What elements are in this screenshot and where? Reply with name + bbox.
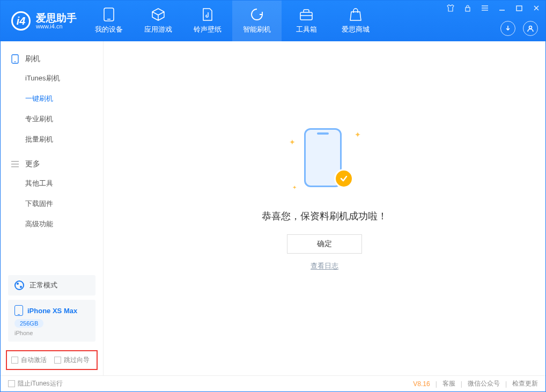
logo-text: 爱思助手 www.i4.cn — [36, 13, 77, 29]
footer-link-update[interactable]: 检查更新 — [512, 379, 538, 388]
mode-box[interactable]: 正常模式 — [8, 275, 95, 295]
device-box[interactable]: iPhone XS Max 256GB iPhone — [8, 300, 95, 342]
checkbox-block-itunes[interactable]: 阻止iTunes运行 — [8, 379, 63, 388]
nav-label: 铃声壁纸 — [194, 25, 222, 34]
tshirt-icon[interactable] — [445, 3, 456, 13]
sidebar-item-pro-flash[interactable]: 专业刷机 — [1, 109, 103, 129]
cube-icon — [151, 8, 165, 21]
view-log-link[interactable]: 查看日志 — [311, 261, 338, 271]
svg-rect-4 — [466, 8, 470, 11]
device-icon — [102, 8, 116, 21]
nav-toolbox[interactable]: 工具箱 — [282, 1, 331, 41]
checkbox-icon — [54, 357, 61, 364]
footer: 阻止iTunes运行 V8.16 | 客服 | 微信公众号 | 检查更新 — [1, 375, 545, 391]
checkbox-icon — [11, 357, 18, 364]
nav-label: 我的设备 — [95, 25, 123, 34]
nav-label: 应用游戏 — [144, 25, 172, 34]
device-type: iPhone — [14, 330, 89, 336]
nav-apps-games[interactable]: 应用游戏 — [134, 1, 183, 41]
toolbox-icon — [299, 8, 313, 21]
sidebar-item-other-tools[interactable]: 其他工具 — [1, 173, 103, 194]
refresh-icon — [250, 8, 264, 21]
logo[interactable]: i4 爱思助手 www.i4.cn — [1, 1, 84, 41]
list-icon — [10, 159, 20, 169]
nav-label: 智能刷机 — [243, 25, 271, 34]
download-button[interactable] — [500, 21, 515, 36]
sidebar-item-itunes-flash[interactable]: iTunes刷机 — [1, 68, 103, 88]
checkbox-label: 阻止iTunes运行 — [18, 379, 63, 388]
minimize-button[interactable] — [496, 3, 508, 13]
check-badge-icon — [334, 169, 353, 188]
nav-label: 爱思商城 — [342, 25, 370, 34]
checkbox-label: 自动激活 — [21, 356, 47, 365]
checkbox-skip-guide[interactable]: 跳过向导 — [54, 356, 90, 365]
mode-label: 正常模式 — [29, 280, 57, 290]
logo-icon: i4 — [11, 11, 31, 31]
app-name-cn: 爱思助手 — [36, 13, 77, 23]
checkbox-icon — [8, 380, 15, 387]
maximize-button[interactable] — [513, 3, 525, 13]
ok-button[interactable]: 确定 — [287, 234, 362, 254]
sparkle-icon: ✦ — [355, 130, 361, 139]
phone-icon — [10, 54, 20, 64]
svg-rect-9 — [517, 6, 522, 11]
svg-rect-2 — [300, 12, 312, 20]
bag-icon — [349, 8, 363, 21]
titlebar-actions — [500, 21, 538, 36]
sidebar-item-batch-flash[interactable]: 批量刷机 — [1, 129, 103, 150]
sparkle-icon: ✦ — [289, 138, 296, 146]
music-file-icon — [201, 8, 215, 21]
svg-point-14 — [14, 61, 16, 62]
checkbox-auto-activate[interactable]: 自动激活 — [11, 356, 47, 365]
highlighted-options: 自动激活 跳过向导 — [6, 350, 98, 370]
main-content: ✦ ✦ ✦ 恭喜您，保资料刷机成功啦！ 确定 查看日志 — [104, 41, 545, 375]
sidebar-group-more: 更多 — [1, 155, 103, 173]
sidebar-item-oneclick-flash[interactable]: 一键刷机 — [1, 88, 103, 109]
sidebar: 刷机 iTunes刷机 一键刷机 专业刷机 批量刷机 更多 其他工具 下载固件 … — [1, 41, 104, 375]
success-message: 恭喜您，保资料刷机成功啦！ — [262, 210, 387, 223]
menu-icon[interactable] — [479, 3, 491, 13]
sidebar-group-flash: 刷机 — [1, 50, 103, 68]
footer-link-wechat[interactable]: 微信公众号 — [468, 379, 500, 388]
app-name-en: www.i4.cn — [36, 23, 77, 29]
svg-rect-1 — [107, 19, 110, 20]
close-button[interactable] — [530, 3, 542, 13]
lock-icon[interactable] — [462, 3, 474, 13]
nav-flash[interactable]: 智能刷机 — [232, 1, 282, 41]
nav-my-device[interactable]: 我的设备 — [84, 1, 134, 41]
window-controls — [445, 3, 542, 13]
top-nav: 我的设备 应用游戏 铃声壁纸 智能刷机 工具箱 爱思商城 — [84, 1, 380, 41]
sparkle-icon: ✦ — [292, 184, 297, 190]
mode-icon — [14, 280, 24, 290]
sidebar-item-advanced[interactable]: 高级功能 — [1, 214, 103, 234]
footer-link-support[interactable]: 客服 — [442, 379, 455, 388]
user-button[interactable] — [523, 21, 538, 36]
nav-store[interactable]: 爱思商城 — [331, 1, 380, 41]
nav-label: 工具箱 — [296, 25, 317, 34]
app-window: i4 爱思助手 www.i4.cn 我的设备 应用游戏 铃声壁纸 智能刷机 — [0, 0, 546, 392]
sidebar-item-download-firmware[interactable]: 下载固件 — [1, 194, 103, 214]
body: 刷机 iTunes刷机 一键刷机 专业刷机 批量刷机 更多 其他工具 下载固件 … — [1, 41, 545, 375]
svg-point-12 — [529, 26, 532, 29]
success-illustration: ✦ ✦ ✦ — [287, 125, 362, 195]
device-icon — [14, 305, 23, 316]
checkbox-label: 跳过向导 — [64, 356, 90, 365]
nav-ringtones[interactable]: 铃声壁纸 — [183, 1, 232, 41]
version-label: V8.16 — [413, 380, 430, 388]
device-storage: 256GB — [14, 319, 43, 328]
device-name: iPhone XS Max — [27, 307, 77, 315]
sidebar-group-title: 更多 — [25, 159, 40, 169]
sidebar-group-title: 刷机 — [25, 54, 40, 64]
titlebar: i4 爱思助手 www.i4.cn 我的设备 应用游戏 铃声壁纸 智能刷机 — [1, 1, 545, 41]
